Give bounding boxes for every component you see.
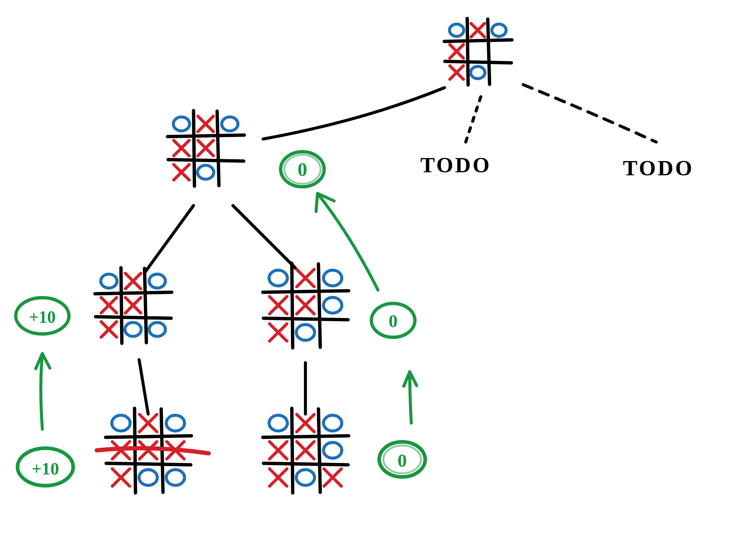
- svg-point-2: [471, 67, 485, 79]
- svg-point-8: [125, 322, 141, 336]
- score-bubbles: 0 0 +10 +10 0: [16, 152, 425, 486]
- svg-point-0: [449, 24, 464, 36]
- arrow-mid-to-top: [318, 194, 378, 290]
- svg-point-14: [112, 415, 130, 431]
- svg-point-21: [296, 470, 314, 485]
- svg-point-10: [269, 270, 287, 286]
- edge-root-todo1: [466, 97, 481, 142]
- edge-n1-n2b: [233, 206, 299, 272]
- todo1-text: TODO: [420, 153, 491, 177]
- score-n2b: 0: [371, 303, 415, 337]
- board-root: [444, 18, 512, 85]
- svg-point-3: [173, 117, 190, 131]
- edge-root-n1: [263, 88, 445, 139]
- board-n3b: [263, 408, 349, 493]
- svg-point-16: [139, 470, 157, 485]
- svg-point-18: [269, 415, 287, 431]
- svg-point-1: [492, 24, 506, 36]
- edge-n2a-n3a: [139, 360, 148, 414]
- arrow-right-up: [410, 372, 411, 423]
- score-n3b: 0: [379, 442, 425, 477]
- game-tree-diagram: 0 0 +10 +10 0 TODO TODO: [0, 0, 756, 544]
- edge-root-todo2: [523, 85, 656, 142]
- arrow-left-up: [41, 353, 42, 429]
- svg-point-12: [324, 297, 342, 313]
- svg-point-4: [222, 117, 238, 131]
- score-n2b-text: 0: [389, 311, 398, 331]
- score-n1-text: 0: [298, 159, 307, 180]
- svg-point-11: [324, 270, 342, 286]
- edge-n1-n2a: [145, 206, 194, 272]
- todo-labels: TODO TODO: [420, 153, 694, 180]
- score-n1: 0: [281, 152, 324, 187]
- svg-point-15: [166, 415, 184, 431]
- score-n2a: +10: [16, 298, 69, 334]
- score-arrows: [36, 194, 417, 429]
- svg-point-7: [149, 274, 165, 288]
- svg-point-5: [197, 165, 214, 179]
- board-n1: [168, 111, 244, 186]
- score-n2a-text: +10: [29, 308, 56, 326]
- svg-point-13: [296, 324, 314, 340]
- svg-point-6: [101, 274, 117, 288]
- todo2-text: TODO: [623, 156, 694, 180]
- win-strike-n3a: [97, 448, 209, 453]
- score-n3a: +10: [18, 448, 73, 486]
- svg-point-17: [166, 470, 184, 485]
- score-n3b-text: 0: [398, 450, 407, 471]
- svg-point-9: [149, 322, 165, 336]
- score-n3a-text: +10: [31, 459, 59, 478]
- svg-point-19: [324, 415, 342, 431]
- board-n2b: [263, 263, 349, 348]
- svg-point-20: [324, 442, 342, 458]
- board-n2a: [95, 268, 172, 343]
